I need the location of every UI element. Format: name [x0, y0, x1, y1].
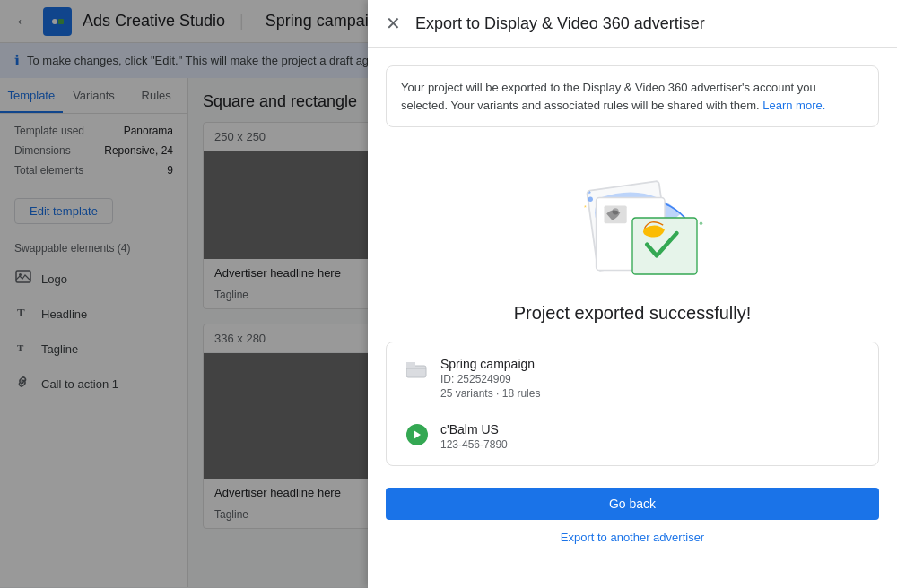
campaign-name: Spring campaign — [440, 357, 540, 371]
svg-point-10 — [613, 208, 619, 214]
close-button[interactable]: ✕ — [386, 13, 401, 34]
advertiser-id: 123-456-7890 — [440, 438, 508, 451]
advertiser-name: c'Balm US — [440, 422, 508, 437]
modal-info-text: Your project will be exported to the Dis… — [401, 81, 816, 112]
success-title: Project exported successfully! — [386, 303, 879, 324]
modal-info-box: Your project will be exported to the Dis… — [386, 65, 879, 127]
campaign-icon — [405, 357, 430, 382]
advertiser-icon — [405, 422, 430, 447]
svg-text:*: * — [584, 203, 587, 212]
advertiser-info: c'Balm US 123-456-7890 — [440, 422, 508, 451]
svg-rect-18 — [406, 362, 415, 368]
campaign-info: Spring campaign ID: 252524909 25 variant… — [440, 357, 540, 400]
modal-header: ✕ Export to Display & Video 360 advertis… — [368, 0, 897, 48]
card-divider — [405, 411, 860, 411]
svg-text:*: * — [588, 189, 592, 198]
modal: ✕ Export to Display & Video 360 advertis… — [368, 0, 897, 588]
modal-title: Export to Display & Video 360 advertiser — [415, 14, 705, 33]
export-another-link[interactable]: Export to another advertiser — [386, 531, 879, 544]
export-card: Spring campaign ID: 252524909 25 variant… — [386, 342, 879, 466]
campaign-stats: 25 variants · 18 rules — [440, 387, 540, 400]
svg-point-13 — [700, 222, 703, 226]
success-illustration: * * — [386, 145, 879, 303]
go-back-button[interactable]: Go back — [386, 488, 879, 520]
campaign-row: Spring campaign ID: 252524909 25 variant… — [405, 357, 860, 400]
advertiser-row: c'Balm US 123-456-7890 — [405, 422, 860, 451]
svg-marker-19 — [414, 430, 421, 439]
learn-more-link[interactable]: Learn more. — [762, 99, 825, 112]
modal-body: Your project will be exported to the Dis… — [368, 48, 897, 588]
campaign-id: ID: 252524909 — [440, 373, 540, 385]
